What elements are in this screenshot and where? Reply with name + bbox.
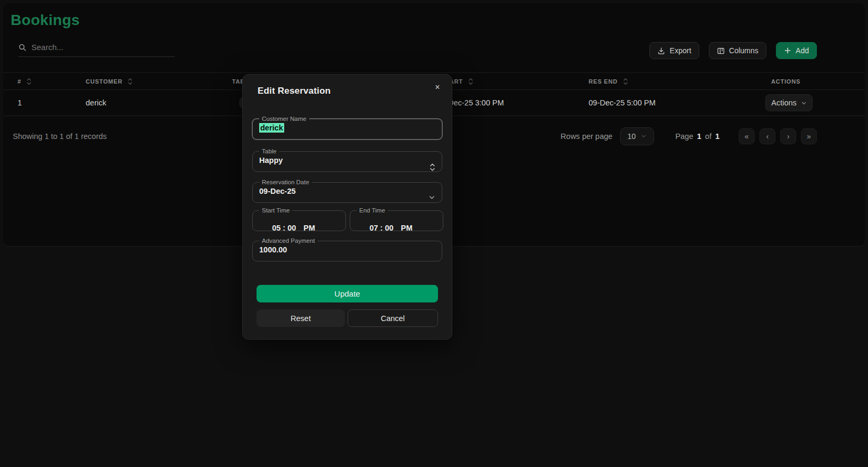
sort-icon[interactable] bbox=[468, 78, 473, 85]
chevron-down-icon bbox=[641, 133, 647, 139]
dialog-title: Edit Reservation bbox=[258, 86, 330, 96]
page-label: Page bbox=[675, 132, 693, 141]
reservation-date-value: 09-Dec-25 bbox=[259, 187, 435, 195]
add-button[interactable]: Add bbox=[776, 42, 817, 59]
start-time-value[interactable]: 05 : 00 bbox=[272, 224, 296, 232]
columns-button-label: Columns bbox=[729, 46, 758, 55]
column-header-customer[interactable]: CUSTOMER bbox=[78, 78, 224, 85]
last-page-button[interactable]: » bbox=[801, 128, 817, 144]
sort-icon[interactable] bbox=[128, 78, 133, 85]
export-button-label: Export bbox=[669, 46, 691, 55]
select-updown-icon bbox=[429, 163, 435, 171]
chevron-down-icon bbox=[428, 194, 435, 201]
toolbar: Export Columns Add bbox=[649, 42, 817, 59]
plus-icon bbox=[784, 47, 791, 54]
end-time-meridiem[interactable]: PM bbox=[401, 224, 412, 232]
end-time-field[interactable]: End Time 07 : 00PM bbox=[350, 207, 443, 231]
page-indicator: Page 1 of 1 bbox=[675, 132, 720, 141]
first-page-button[interactable]: « bbox=[739, 128, 755, 144]
end-time-value[interactable]: 07 : 00 bbox=[369, 224, 393, 232]
customer-name-label: Customer Name bbox=[259, 116, 309, 122]
cell-actions: Actions bbox=[762, 94, 865, 111]
column-header-label: CUSTOMER bbox=[86, 78, 122, 85]
next-page-button[interactable]: › bbox=[780, 128, 796, 144]
sort-icon[interactable] bbox=[623, 78, 628, 85]
chevron-down-icon bbox=[801, 100, 807, 106]
start-time-meridiem[interactable]: PM bbox=[303, 224, 315, 232]
cell-res-end: 09-Dec-25 5:00 PM bbox=[578, 99, 762, 107]
reset-button[interactable]: Reset bbox=[257, 309, 345, 327]
column-header-res-end[interactable]: RES END bbox=[578, 78, 762, 85]
rows-per-page-value: 10 bbox=[627, 132, 636, 141]
column-header-label: ACTIONS bbox=[771, 78, 800, 85]
rows-per-page-label: Rows per page bbox=[560, 132, 613, 141]
add-button-label: Add bbox=[796, 46, 809, 55]
sort-icon[interactable] bbox=[27, 78, 31, 85]
pagination-controls: « ‹ › » bbox=[739, 128, 817, 144]
column-header-actions: ACTIONS bbox=[762, 78, 865, 85]
edit-reservation-dialog: Edit Reservation × Customer Name derick … bbox=[242, 74, 452, 340]
start-time-label: Start Time bbox=[259, 207, 292, 214]
columns-icon bbox=[717, 47, 725, 55]
customer-name-field[interactable]: Customer Name derick bbox=[252, 116, 443, 140]
update-button[interactable]: Update bbox=[257, 285, 438, 302]
close-icon[interactable]: × bbox=[432, 81, 443, 93]
records-summary: Showing 1 to 1 of 1 records bbox=[13, 132, 107, 141]
export-button[interactable]: Export bbox=[649, 42, 699, 59]
cancel-button[interactable]: Cancel bbox=[348, 309, 438, 327]
table-select-label: Table bbox=[259, 148, 279, 154]
row-actions-label: Actions bbox=[771, 99, 797, 107]
column-header-label: # bbox=[18, 78, 21, 85]
advanced-payment-field[interactable]: Advanced Payment 1000.00 bbox=[252, 237, 442, 261]
row-actions-button[interactable]: Actions bbox=[765, 94, 813, 111]
column-header-label: RES END bbox=[589, 78, 618, 85]
advanced-payment-value: 1000.00 bbox=[259, 245, 435, 254]
end-time-label: End Time bbox=[357, 207, 388, 214]
download-icon bbox=[657, 47, 665, 55]
of-label: of bbox=[705, 132, 712, 141]
column-header-index[interactable]: # bbox=[3, 78, 78, 85]
cell-customer: derick bbox=[78, 99, 224, 107]
search-input[interactable] bbox=[31, 43, 175, 52]
rows-per-page-select[interactable]: 10 bbox=[620, 127, 654, 145]
table-select-value: Happy bbox=[259, 156, 435, 165]
reservation-date-label: Reservation Date bbox=[259, 179, 312, 185]
page-current: 1 bbox=[697, 132, 701, 141]
start-time-field[interactable]: Start Time 05 : 00PM bbox=[252, 207, 346, 231]
reservation-date-field[interactable]: Reservation Date 09-Dec-25 bbox=[252, 179, 442, 203]
search-field[interactable] bbox=[18, 43, 175, 57]
prev-page-button[interactable]: ‹ bbox=[759, 128, 775, 144]
columns-button[interactable]: Columns bbox=[709, 42, 766, 59]
table-select-field[interactable]: Table Happy bbox=[252, 148, 442, 172]
cell-index: 1 bbox=[3, 99, 78, 107]
advanced-payment-label: Advanced Payment bbox=[259, 237, 318, 244]
page-total: 1 bbox=[715, 132, 720, 141]
search-icon bbox=[18, 43, 27, 52]
page-title: Bookings bbox=[11, 12, 80, 29]
customer-name-input-value[interactable]: derick bbox=[259, 123, 284, 133]
